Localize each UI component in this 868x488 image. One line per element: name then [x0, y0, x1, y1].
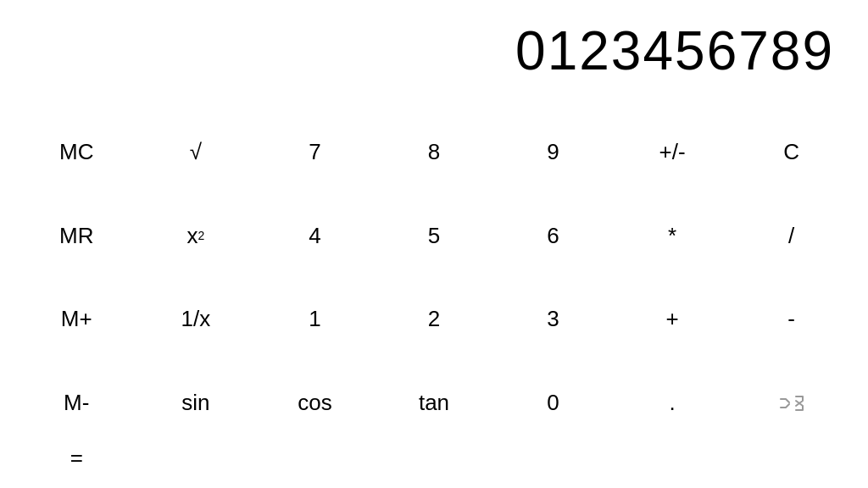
sqrt-button[interactable]: √ — [136, 110, 256, 194]
1-button[interactable]: 1 — [255, 278, 375, 362]
calculator: 0123456789 MC √ 7 8 9 +/- C MR x2 4 5 6 … — [0, 0, 868, 488]
cos-button[interactable]: cos — [255, 361, 375, 445]
x-squared-button[interactable]: x2 — [136, 194, 256, 278]
5-button[interactable]: 5 — [375, 194, 494, 278]
mc-button[interactable]: MC — [17, 110, 136, 194]
plus-button[interactable]: + — [613, 278, 732, 362]
tan-button[interactable]: tan — [375, 361, 494, 445]
9-button[interactable]: 9 — [493, 110, 613, 194]
mr-button[interactable]: MR — [17, 194, 136, 278]
8-button[interactable]: 8 — [375, 110, 494, 194]
decimal-button[interactable]: . — [613, 361, 732, 445]
multiply-button[interactable]: * — [613, 194, 732, 278]
0-button[interactable]: 0 — [493, 361, 613, 445]
plus-minus-button[interactable]: +/- — [613, 110, 732, 194]
buttons-grid: MC √ 7 8 9 +/- C MR x2 4 5 6 * / M+ 1/x … — [0, 102, 868, 488]
6-button[interactable]: 6 — [493, 194, 613, 278]
display-value: 0123456789 — [515, 19, 834, 82]
m-plus-button[interactable]: M+ — [17, 278, 136, 362]
divide-button[interactable]: / — [732, 194, 851, 278]
shuffle-button[interactable] — [732, 361, 851, 445]
3-button[interactable]: 3 — [493, 278, 613, 362]
7-button[interactable]: 7 — [255, 110, 375, 194]
minus-button[interactable]: - — [732, 278, 851, 362]
equals-button[interactable]: = — [17, 445, 136, 471]
4-button[interactable]: 4 — [255, 194, 375, 278]
reciprocal-button[interactable]: 1/x — [136, 278, 256, 362]
display-area: 0123456789 — [0, 0, 868, 102]
sin-button[interactable]: sin — [136, 361, 256, 445]
2-button[interactable]: 2 — [375, 278, 494, 362]
m-minus-button[interactable]: M- — [17, 361, 136, 445]
clear-button[interactable]: C — [732, 110, 851, 194]
